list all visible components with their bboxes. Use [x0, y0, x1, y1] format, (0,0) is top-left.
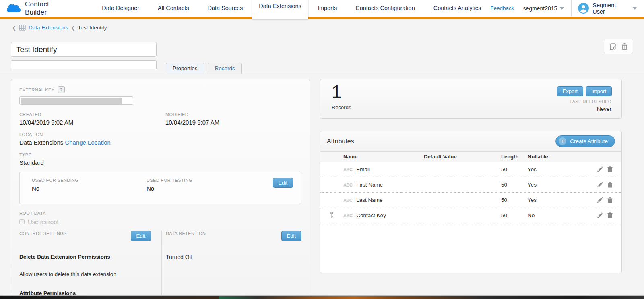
nav-contacts-configuration[interactable]: Contacts Configuration [346, 0, 424, 17]
use-as-root-label: Use as root [28, 218, 59, 225]
delete-permissions-desc: Allow users to delete this data extensio… [19, 271, 151, 277]
used-for-testing-label: USED FOR TESTING [147, 178, 273, 183]
attributes-table: Name Default Value Length Nullable ABC E… [320, 151, 621, 223]
type-value: Standard [19, 159, 301, 166]
change-location-link[interactable]: Change Location [65, 139, 110, 146]
attribute-nullable: Yes [528, 166, 565, 172]
edit-attribute-pencil-icon[interactable] [597, 197, 603, 203]
used-for-sending-label: USED FOR SENDING [32, 178, 147, 183]
attribute-nullable: Yes [528, 182, 565, 188]
edit-attribute-pencil-icon[interactable] [597, 182, 603, 188]
column-nullable: Nullable [528, 154, 565, 160]
nav-contacts-analytics[interactable]: Contacts Analytics [424, 0, 490, 17]
use-as-root-checkbox[interactable] [19, 219, 25, 224]
contact-builder-page: Contact Builder Data Designer All Contac… [0, 0, 644, 299]
created-value: 10/04/2019 9:02 AM [19, 119, 165, 126]
data-extension-grid-icon [19, 25, 26, 31]
attributes-panel: Attributes + Create Attribute Name Defau… [320, 131, 622, 273]
primary-key-icon [330, 212, 334, 220]
last-refreshed-value: Never [597, 106, 611, 112]
used-for-testing-value: No [147, 185, 273, 192]
chevron-down-icon [560, 7, 564, 10]
accent-bar [0, 17, 644, 19]
column-default-value: Default Value [424, 154, 501, 160]
user-name: Segment User [592, 2, 629, 15]
nav-all-contacts[interactable]: All Contacts [149, 0, 198, 17]
delete-attribute-trash-icon[interactable] [607, 182, 613, 188]
account-picker[interactable]: segment2015 [523, 5, 564, 12]
nav-imports[interactable]: Imports [308, 0, 346, 17]
usage-box: USED FOR SENDING No USED FOR TESTING No … [19, 172, 301, 204]
delete-attribute-trash-icon[interactable] [607, 212, 613, 218]
export-button[interactable]: Export [557, 86, 584, 96]
attribute-nullable: Yes [528, 197, 565, 203]
text-type-icon: ABC [343, 167, 352, 172]
table-row: ABC Contact Key 50 No [320, 208, 621, 223]
control-settings-edit-button[interactable]: Edit [131, 231, 151, 241]
salesforce-cloud-logo-icon [6, 3, 21, 14]
delete-permissions-title: Delete Data Extension Permissions [19, 254, 151, 260]
nav-data-extensions[interactable]: Data Extensions [252, 0, 308, 19]
attribute-length: 50 [501, 212, 528, 218]
attribute-name: Contact Key [356, 212, 386, 218]
location-value: Data Extensions [19, 139, 63, 146]
edit-attribute-pencil-icon[interactable] [597, 166, 603, 172]
data-extension-description-input[interactable] [11, 60, 157, 69]
primary-nav: Data Designer All Contacts Data Sources … [93, 0, 490, 17]
nav-data-sources[interactable]: Data Sources [198, 0, 252, 17]
properties-panel: EXTERNAL KEY ? CREATED 10/04/2019 9:02 A… [11, 79, 310, 299]
table-row: ABC Last Name 50 Yes [320, 193, 621, 208]
text-type-icon: ABC [343, 213, 352, 218]
attribute-nullable: No [528, 212, 565, 218]
breadcrumb: ❮ Data Extensions ❮ Test Identify [12, 25, 107, 31]
user-menu[interactable]: Segment User [578, 2, 644, 15]
breadcrumb-current: Test Identify [78, 25, 107, 31]
help-icon[interactable]: ? [58, 86, 65, 93]
chevron-down-icon [633, 7, 637, 10]
attribute-length: 50 [501, 197, 528, 203]
app-brand[interactable]: Contact Builder [6, 0, 72, 17]
feedback-link[interactable]: Feedback [490, 5, 514, 11]
text-type-icon: ABC [343, 183, 352, 187]
copy-data-extension-icon[interactable] [609, 43, 617, 50]
delete-attribute-trash-icon[interactable] [607, 166, 613, 172]
records-count-label: Records [332, 104, 351, 110]
import-button[interactable]: Import [586, 86, 612, 96]
control-settings-label: CONTROL SETTINGS [19, 231, 67, 236]
used-for-sending-value: No [32, 185, 147, 192]
top-navigation-bar: Contact Builder Data Designer All Contac… [0, 0, 644, 17]
location-label: LOCATION [19, 132, 301, 137]
content-divider [0, 74, 644, 74]
breadcrumb-back-chevron-icon[interactable]: ❮ [12, 25, 16, 31]
data-retention-edit-button[interactable]: Edit [281, 231, 301, 241]
delete-data-extension-icon[interactable] [621, 43, 628, 50]
records-count: 1 [332, 82, 341, 102]
breadcrumb-data-extensions-link[interactable]: Data Extensions [29, 25, 68, 31]
tab-properties[interactable]: Properties [166, 63, 204, 74]
column-name: Name [343, 154, 424, 160]
attribute-name: Email [356, 166, 370, 172]
breadcrumb-separator-chevron-icon: ❮ [71, 25, 75, 31]
table-row: ABC First Name 50 Yes [320, 177, 621, 193]
nav-right-group: Feedback segment2015 Segment User [490, 0, 644, 17]
usage-edit-button[interactable]: Edit [273, 178, 293, 188]
external-key-input[interactable] [19, 96, 133, 105]
data-extension-name-input[interactable] [11, 42, 157, 57]
delete-attribute-trash-icon[interactable] [607, 197, 613, 203]
create-attribute-button[interactable]: + Create Attribute [555, 135, 615, 147]
detail-tabs: Properties Records [166, 63, 242, 74]
root-data-label: ROOT DATA [19, 211, 301, 216]
header-actions-group [604, 39, 633, 54]
create-attribute-label: Create Attribute [570, 138, 608, 144]
plus-icon: + [559, 137, 566, 145]
modified-label: MODIFIED [165, 112, 219, 117]
tab-records[interactable]: Records [208, 63, 242, 74]
edit-attribute-pencil-icon[interactable] [597, 212, 603, 218]
attribute-name: Last Name [356, 197, 382, 203]
attribute-length: 50 [501, 166, 528, 172]
nav-data-designer[interactable]: Data Designer [93, 0, 149, 17]
column-length: Length [501, 154, 528, 160]
data-retention-value: Turned Off [166, 254, 301, 260]
data-retention-label: DATA RETENTION [166, 231, 206, 236]
last-refreshed-label: LAST REFRESHED [570, 99, 611, 104]
